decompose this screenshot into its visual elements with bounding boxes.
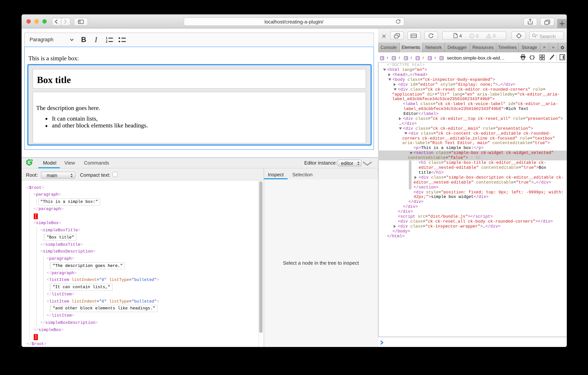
svg-text:5: 5 [31, 159, 32, 162]
svg-text:2: 2 [106, 40, 107, 43]
svg-text:1: 1 [106, 36, 107, 40]
